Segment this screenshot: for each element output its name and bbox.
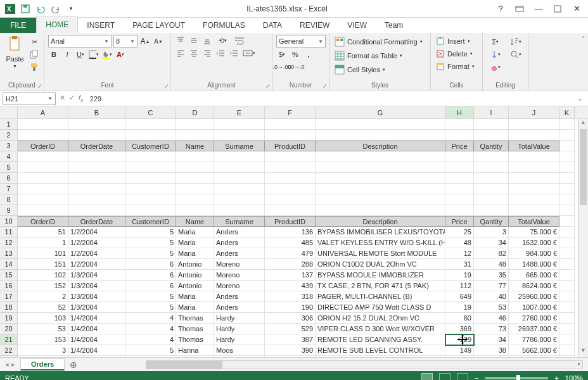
merge-icon[interactable]: ▾: [241, 48, 257, 59]
cell[interactable]: 48: [445, 238, 474, 248]
column-header[interactable]: G: [316, 106, 445, 118]
cell[interactable]: [474, 173, 509, 184]
accounting-icon[interactable]: $▾: [276, 49, 288, 60]
cell[interactable]: [559, 227, 575, 238]
row-header[interactable]: 19: [0, 313, 18, 324]
cell[interactable]: [445, 151, 474, 162]
paste-button[interactable]: Paste ▼: [4, 35, 26, 68]
save-icon[interactable]: [19, 3, 32, 15]
cell[interactable]: 1/4/2004: [68, 345, 125, 356]
cell[interactable]: CustomerID: [125, 216, 176, 227]
cell[interactable]: [559, 151, 575, 162]
cell[interactable]: 1/2/2004: [68, 259, 125, 270]
cell[interactable]: [125, 119, 176, 130]
percent-icon[interactable]: %: [290, 49, 301, 60]
font-launcher-icon[interactable]: ⤢: [164, 83, 169, 89]
cell[interactable]: [559, 281, 575, 291]
cell[interactable]: 34: [474, 334, 509, 345]
cell[interactable]: 34: [474, 238, 509, 248]
cell[interactable]: 1: [18, 238, 68, 248]
row-header[interactable]: 18: [0, 302, 18, 313]
cell[interactable]: [509, 130, 559, 141]
cell[interactable]: [445, 119, 474, 130]
cell[interactable]: [176, 173, 214, 184]
column-header[interactable]: C: [125, 106, 176, 118]
decrease-decimal-icon[interactable]: .00→.0: [290, 61, 301, 73]
cell[interactable]: 153: [18, 334, 68, 345]
align-center-icon[interactable]: [188, 48, 200, 59]
alignment-launcher-icon[interactable]: ⤢: [265, 83, 271, 89]
cell[interactable]: [316, 194, 445, 205]
cell[interactable]: Maria: [176, 302, 214, 313]
cell[interactable]: VIPER CLASS D 300 Wott W/XOVER: [316, 324, 445, 334]
cell[interactable]: TX CASE, 2 BTN, FOR 471 (5 PAK): [316, 281, 445, 291]
cell[interactable]: [316, 205, 445, 216]
cell[interactable]: [509, 184, 559, 194]
font-color-icon[interactable]: A▾: [115, 49, 126, 60]
cell[interactable]: 1/2/2004: [68, 227, 125, 238]
fill-icon[interactable]: ▾: [487, 49, 504, 60]
cell[interactable]: 3: [18, 345, 68, 356]
cell[interactable]: [559, 184, 575, 194]
align-bottom-icon[interactable]: [201, 35, 213, 46]
tab-review[interactable]: REVIEW: [291, 18, 338, 33]
cell[interactable]: [214, 194, 265, 205]
row-header[interactable]: 1: [0, 119, 18, 130]
cell[interactable]: 1/4/2004: [68, 324, 125, 334]
minimize-icon[interactable]: —: [531, 3, 546, 15]
cell[interactable]: 5: [125, 345, 176, 356]
zoom-slider[interactable]: [485, 377, 548, 379]
cell[interactable]: [176, 119, 214, 130]
cell[interactable]: 190: [265, 302, 316, 313]
cell[interactable]: Anders: [214, 356, 265, 357]
cell[interactable]: 51: [18, 227, 68, 238]
decrease-indent-icon[interactable]: [215, 48, 226, 59]
format-as-table-button[interactable]: Format as Table▾: [333, 50, 404, 61]
cell[interactable]: Maria: [176, 356, 214, 357]
cell[interactable]: Maria: [176, 227, 214, 238]
cell[interactable]: Qantity: [474, 216, 509, 227]
cell[interactable]: 12: [445, 248, 474, 259]
cell[interactable]: 3: [474, 227, 509, 238]
cell[interactable]: [125, 162, 176, 173]
cell[interactable]: 75.000 €: [509, 227, 559, 238]
cell[interactable]: TotalValue: [509, 216, 559, 227]
cell[interactable]: [18, 130, 68, 141]
autosum-icon[interactable]: Σ▾: [487, 36, 504, 48]
cell[interactable]: [125, 194, 176, 205]
cell[interactable]: [509, 151, 559, 162]
cell[interactable]: [214, 119, 265, 130]
cell[interactable]: 25960.000 €: [509, 291, 559, 302]
cell[interactable]: 5: [125, 302, 176, 313]
select-all-triangle[interactable]: [0, 106, 18, 118]
cell[interactable]: [18, 151, 68, 162]
horizontal-scrollbar[interactable]: ◂▸: [146, 360, 583, 369]
cell[interactable]: 4: [125, 313, 176, 324]
cell[interactable]: [316, 151, 445, 162]
row-header[interactable]: 20: [0, 324, 18, 334]
cell[interactable]: Surname: [214, 216, 265, 227]
cell[interactable]: 26937.000 €: [509, 324, 559, 334]
cell[interactable]: 1/2/2004: [68, 238, 125, 248]
tab-data[interactable]: DATA: [254, 18, 291, 33]
cell[interactable]: [18, 194, 68, 205]
row-header[interactable]: 16: [0, 281, 18, 291]
page-break-view-icon[interactable]: [457, 373, 468, 380]
cell[interactable]: [445, 194, 474, 205]
cell[interactable]: [18, 119, 68, 130]
zoom-level[interactable]: 100%: [565, 374, 583, 380]
cell[interactable]: [125, 173, 176, 184]
cell[interactable]: [316, 173, 445, 184]
fill-color-icon[interactable]: ▾: [101, 49, 113, 60]
cell[interactable]: [176, 205, 214, 216]
cell[interactable]: 40: [474, 291, 509, 302]
column-header[interactable]: J: [509, 106, 559, 118]
cell[interactable]: 149: [445, 345, 474, 356]
new-sheet-icon[interactable]: ⊕: [65, 360, 82, 370]
cell[interactable]: 35: [474, 270, 509, 281]
fx-icon[interactable]: fx: [79, 94, 84, 103]
italic-icon[interactable]: I: [61, 49, 73, 60]
cell[interactable]: [176, 130, 214, 141]
column-header[interactable]: F: [265, 106, 316, 118]
cell[interactable]: CustomerID: [125, 141, 176, 151]
